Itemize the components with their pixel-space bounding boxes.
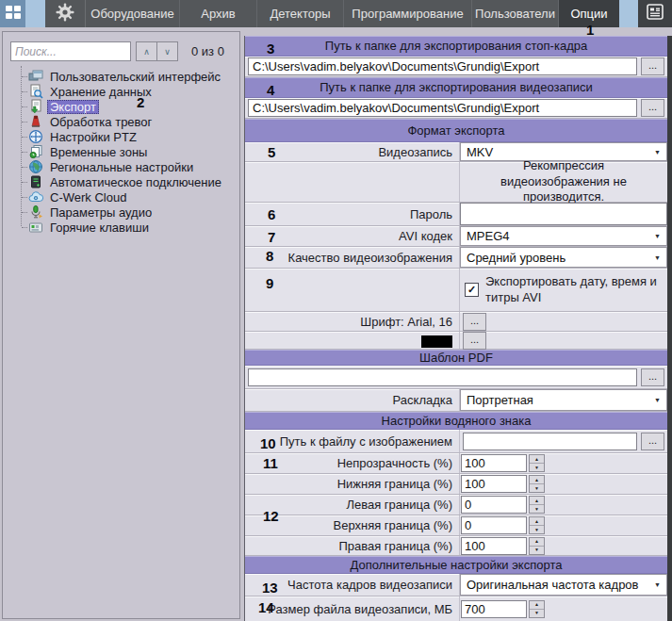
sidebar-item-label: Автоматическое подключение (47, 175, 224, 189)
layout-dropdown[interactable]: Портретная ▼ (460, 389, 667, 411)
dropdown-value: Средний уровень (467, 251, 565, 265)
left-border-input[interactable] (461, 496, 527, 514)
bottom-border-row: Нижняя граница (%) ▲▼ (245, 474, 667, 495)
opacity-input[interactable] (461, 454, 527, 472)
section-title: Путь к папке для экспортирования видеоза… (320, 80, 593, 94)
watermark-image-input[interactable] (463, 433, 637, 450)
stepper-buttons[interactable]: ▲▼ (529, 537, 545, 555)
sidebar-item-export[interactable]: Экспорт (3, 99, 239, 114)
color-browse-button[interactable]: ... (463, 332, 486, 350)
spin-down-icon: ▼ (530, 526, 544, 533)
app-menu-button[interactable] (0, 0, 25, 27)
sidebar-item-cwerk-cloud[interactable]: C-Werk Cloud (3, 189, 239, 204)
chevron-down-icon: ▼ (654, 149, 661, 155)
export-titles-checkbox[interactable]: ✓ (465, 283, 479, 297)
pdf-template-input[interactable] (248, 368, 637, 386)
annotation-2: 2 (137, 95, 144, 109)
spin-up-icon: ▲ (530, 497, 544, 505)
right-border-stepper: ▲▼ (461, 537, 545, 555)
stopframe-browse-button[interactable]: ... (641, 57, 664, 75)
cloud-icon (28, 189, 43, 204)
video-path-input[interactable] (248, 99, 637, 117)
video-browse-button[interactable]: ... (641, 99, 664, 117)
field-label: Пароль (245, 207, 459, 221)
field-label: Видеозапись (245, 145, 459, 159)
sidebar-item-auto-connection[interactable]: Автоматическое подключение (3, 174, 239, 189)
sidebar-item-label: Временные зоны (47, 145, 150, 159)
recompression-note: Рекомпрессия видеоизображения не произво… (460, 158, 667, 206)
bottom-border-stepper: ▲▼ (461, 475, 545, 493)
tab-equipment[interactable]: Оборудование (86, 0, 180, 27)
export-titles-row: ✓ Экспортировать дату, время и титры AVI (245, 269, 667, 312)
stopframe-path-row: ... (245, 57, 667, 77)
storage-search-icon (28, 84, 43, 99)
search-input[interactable] (10, 41, 131, 61)
search-prev-button[interactable]: ∧ (136, 41, 157, 61)
sidebar-item-data-storage[interactable]: Хранение данных (3, 84, 239, 99)
sidebar-item-regional-settings[interactable]: Региональные настройки (3, 159, 239, 174)
password-row: Пароль (245, 203, 667, 226)
tab-label: Архив (201, 7, 235, 21)
tab-archive[interactable]: Архив (180, 0, 257, 27)
ellipsis-icon: ... (648, 60, 657, 71)
avi-codec-dropdown[interactable]: MPEG4 ▼ (460, 226, 667, 246)
annotation-14: 14 (258, 600, 274, 614)
spin-up-icon: ▲ (530, 517, 544, 526)
check-icon: ✓ (467, 285, 476, 295)
annotation-6: 6 (268, 207, 275, 221)
search-next-button[interactable]: ∨ (156, 41, 178, 61)
filesize-input[interactable] (461, 600, 527, 618)
top-border-stepper: ▲▼ (461, 516, 545, 534)
dropdown-value: Оригинальная частота кадров (467, 578, 639, 592)
section-title: Путь к папке для экспортирования стоп-ка… (325, 39, 587, 53)
fps-dropdown[interactable]: Оригинальная частота кадров ▼ (460, 574, 667, 596)
settings-button[interactable] (45, 0, 86, 27)
stepper-buttons[interactable]: ▲▼ (529, 454, 545, 472)
quality-dropdown[interactable]: Средний уровень ▼ (460, 247, 667, 268)
section-header-watermark: Настройки водяного знака (245, 412, 667, 430)
export-settings-panel: Путь к папке для экспортирования стоп-ка… (244, 36, 672, 621)
stepper-buttons[interactable]: ▲▼ (529, 475, 545, 493)
stepper-buttons[interactable]: ▲▼ (529, 516, 545, 534)
tab-programming[interactable]: Программирование (344, 0, 472, 27)
sidebar-item-audio-settings[interactable]: Параметры аудио (3, 204, 239, 220)
sidebar-item-alarm-processing[interactable]: Обработка тревог (3, 114, 239, 129)
alarm-icon (28, 114, 43, 129)
stopframe-path-input[interactable] (248, 57, 637, 75)
dropdown-value: Портретная (467, 393, 533, 407)
tab-detectors[interactable]: Детекторы (257, 0, 344, 27)
font-browse-button[interactable]: ... (463, 313, 486, 331)
password-input[interactable] (460, 203, 667, 225)
sidebar-item-label: Региональные настройки (47, 160, 196, 174)
left-border-stepper: ▲▼ (461, 496, 545, 514)
annotation-3: 3 (267, 41, 274, 56)
section-header-pdf-template: Шаблон PDF (245, 350, 667, 366)
spin-up-icon: ▲ (530, 455, 544, 464)
fps-row: Частота кадров видеозаписи Оригинальная … (245, 574, 667, 596)
section-header-additional: Дополнительные настройки экспорта (245, 556, 667, 574)
search-row: ∧ ∨ 0 из 0 (10, 41, 234, 61)
spin-down-icon: ▼ (530, 464, 544, 471)
section-title: Формат экспорта (407, 123, 504, 138)
chevron-down-icon: ▼ (654, 397, 661, 403)
field-label: Качество видеоизображения (245, 251, 459, 265)
sidebar-item-time-zones[interactable]: Временные зоны (3, 144, 239, 159)
tab-users[interactable]: Пользователи (472, 0, 559, 27)
pdf-browse-button[interactable]: ... (641, 368, 664, 386)
sidebar-item-user-interface[interactable]: Пользовательский интерфейс (3, 69, 239, 84)
stepper-buttons[interactable]: ▲▼ (529, 600, 545, 618)
sidebar-item-ptz-settings[interactable]: Настройки PTZ (3, 129, 239, 144)
spin-down-icon: ▼ (530, 610, 544, 617)
sidebar-item-hotkeys[interactable]: Горячие клавиши (3, 220, 239, 235)
tab-label: Детекторы (270, 7, 330, 21)
spin-down-icon: ▼ (530, 505, 544, 513)
bottom-border-input[interactable] (461, 475, 527, 493)
top-border-input[interactable] (461, 516, 527, 534)
right-border-input[interactable] (461, 537, 527, 555)
watermark-browse-button[interactable]: ... (641, 433, 664, 450)
font-row: Шрифт: Arial, 16 ... (245, 312, 667, 332)
stepper-buttons[interactable]: ▲▼ (529, 496, 545, 514)
layout-panel-button[interactable] (638, 0, 672, 27)
section-header-export-format: Формат экспорта (245, 119, 667, 142)
ellipsis-icon: ... (648, 102, 657, 112)
